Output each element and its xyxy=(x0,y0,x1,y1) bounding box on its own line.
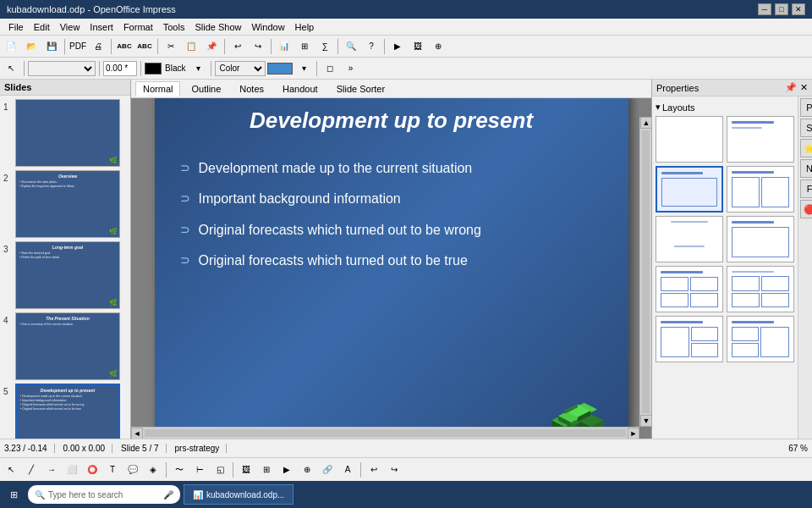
tab-slidesorter[interactable]: Slide Sorter xyxy=(329,81,392,97)
menu-tools[interactable]: Tools xyxy=(158,20,190,34)
menu-slideshow[interactable]: Slide Show xyxy=(189,20,246,34)
new-button[interactable]: 📄 xyxy=(2,38,20,55)
menu-help[interactable]: Help xyxy=(290,20,320,34)
save-button[interactable]: 💾 xyxy=(42,38,61,55)
props-icon-4[interactable]: N xyxy=(800,159,812,178)
insert-link[interactable]: 🔗 xyxy=(318,461,337,478)
slide-preview-4[interactable]: The Present Situation • Give a summary o… xyxy=(15,312,120,380)
open-button[interactable]: 📂 xyxy=(22,38,41,55)
fill-color-dropdown[interactable]: ▾ xyxy=(294,60,313,77)
slide-thumb-5[interactable]: 5 Development up to present • Developmen… xyxy=(3,384,127,439)
redo-button[interactable]: ↪ xyxy=(249,38,267,55)
props-icon-5[interactable]: F xyxy=(800,179,812,198)
taskbar-search[interactable]: 🔍 Type here to search 🎤 xyxy=(28,485,180,504)
fill-color-box[interactable] xyxy=(267,63,293,75)
line-color-dropdown[interactable]: ▾ xyxy=(189,60,207,77)
draw-ellipse[interactable]: ⭕ xyxy=(83,461,102,478)
draw-3d[interactable]: ◱ xyxy=(211,461,229,478)
slide-preview-1[interactable]: 🌿 xyxy=(15,99,120,167)
draw-connector[interactable]: ⊢ xyxy=(190,461,209,478)
font-size-input[interactable] xyxy=(103,61,137,76)
slide-canvas-area[interactable]: Development up to present ⊃ Development … xyxy=(131,98,651,439)
zoom-out[interactable]: 🔍 xyxy=(342,38,360,55)
slide-canvas[interactable]: Development up to present ⊃ Development … xyxy=(155,98,628,439)
shadow-btn[interactable]: ◻ xyxy=(321,60,339,77)
chart-button[interactable]: 📊 xyxy=(275,38,294,55)
props-icon-2[interactable]: S xyxy=(800,119,812,137)
line-color-box[interactable] xyxy=(145,63,162,75)
vertical-scrollbar[interactable]: ▲ ▼ xyxy=(639,117,651,427)
props-icon-1[interactable]: P xyxy=(800,98,812,117)
layout-title-content[interactable] xyxy=(656,166,723,213)
properties-pin-button[interactable]: 📌 xyxy=(785,82,797,93)
layout-9[interactable] xyxy=(656,316,723,362)
layout-blank[interactable] xyxy=(656,116,723,163)
layout-title-only[interactable] xyxy=(727,116,794,163)
spellcheck-abc[interactable]: ABC xyxy=(115,38,134,55)
tab-normal[interactable]: Normal xyxy=(135,81,180,97)
cut-button[interactable]: ✂ xyxy=(162,38,180,55)
minimize-button[interactable]: ─ xyxy=(758,3,771,15)
horizontal-scrollbar[interactable]: ◄ ► xyxy=(131,427,639,439)
undo-button[interactable]: ↩ xyxy=(228,38,247,55)
menu-insert[interactable]: Insert xyxy=(85,20,118,34)
scroll-h-thumb[interactable] xyxy=(145,429,626,437)
media-btn[interactable]: ▶ xyxy=(388,38,407,55)
draw-select[interactable]: ↖ xyxy=(2,461,20,478)
slide-thumb-1[interactable]: 1 🌿 xyxy=(3,99,127,167)
slide-thumb-4[interactable]: 4 The Present Situation • Give a summary… xyxy=(3,312,127,380)
layout-four-content[interactable] xyxy=(656,266,723,312)
menu-format[interactable]: Format xyxy=(118,20,158,34)
draw-arrow[interactable]: → xyxy=(42,461,61,478)
draw-shadow[interactable]: ◈ xyxy=(144,461,162,478)
tab-handout[interactable]: Handout xyxy=(275,81,326,97)
insert-media[interactable]: ▶ xyxy=(277,461,296,478)
area-style-select[interactable]: Color xyxy=(215,61,266,76)
slide-preview-5[interactable]: Development up to present • Development … xyxy=(15,384,120,439)
properties-close-button[interactable]: ✕ xyxy=(800,82,808,93)
props-icon-3[interactable]: ⭐ xyxy=(800,139,812,157)
draw-rect[interactable]: ⬜ xyxy=(63,461,81,478)
slide-preview-3[interactable]: Long-term goal • State the desired goal.… xyxy=(15,241,120,309)
scroll-up-arrow[interactable]: ▲ xyxy=(640,117,651,129)
layout-two-col[interactable] xyxy=(727,166,794,213)
fontwork[interactable]: A xyxy=(338,461,357,478)
copy-button[interactable]: 📋 xyxy=(182,38,200,55)
layout-title-two-content[interactable] xyxy=(727,216,794,262)
menu-view[interactable]: View xyxy=(55,20,85,34)
undo-draw[interactable]: ↩ xyxy=(365,461,383,478)
insert-obj[interactable]: ⊕ xyxy=(298,461,316,478)
scroll-left-arrow[interactable]: ◄ xyxy=(131,428,143,439)
scroll-right-arrow[interactable]: ► xyxy=(628,428,639,439)
slide-thumb-2[interactable]: 2 Overview • Summarize the main plans.• … xyxy=(3,170,127,238)
layout-10[interactable] xyxy=(727,316,794,362)
layout-8[interactable] xyxy=(727,266,794,312)
insert-img[interactable]: 🖼 xyxy=(237,461,255,478)
start-button[interactable]: ⊞ xyxy=(3,488,25,502)
more-btn[interactable]: » xyxy=(341,60,359,77)
pointer-tool[interactable]: ↖ xyxy=(2,60,20,77)
tab-outline[interactable]: Outline xyxy=(184,81,228,97)
draw-text[interactable]: T xyxy=(103,461,122,478)
paste-button[interactable]: 📌 xyxy=(202,38,221,55)
font-select[interactable] xyxy=(28,61,96,76)
slide-thumb-3[interactable]: 3 Long-term goal • State the desired goa… xyxy=(3,241,127,309)
close-button[interactable]: ✕ xyxy=(792,3,805,15)
formula-button[interactable]: ∑ xyxy=(315,38,334,55)
maximize-button[interactable]: □ xyxy=(775,3,788,15)
tab-notes[interactable]: Notes xyxy=(232,81,272,97)
navigator-btn[interactable]: ⊕ xyxy=(429,38,447,55)
export-pdf[interactable]: PDF xyxy=(69,38,87,55)
help-button[interactable]: ? xyxy=(362,38,381,55)
draw-callout[interactable]: 💬 xyxy=(123,461,142,478)
taskbar-app-item[interactable]: 📊 kubadownload.odp... xyxy=(184,484,294,505)
layout-centered[interactable] xyxy=(656,216,723,262)
menu-window[interactable]: Window xyxy=(246,20,289,34)
props-icon-6[interactable]: 🔴 xyxy=(800,200,812,218)
table-button[interactable]: ⊞ xyxy=(295,38,314,55)
scroll-thumb[interactable] xyxy=(642,130,650,413)
slide-preview-2[interactable]: Overview • Summarize the main plans.• Ex… xyxy=(15,170,120,238)
draw-line[interactable]: ╱ xyxy=(22,461,41,478)
redo-draw[interactable]: ↪ xyxy=(385,461,403,478)
draw-curves[interactable]: 〜 xyxy=(170,461,189,478)
